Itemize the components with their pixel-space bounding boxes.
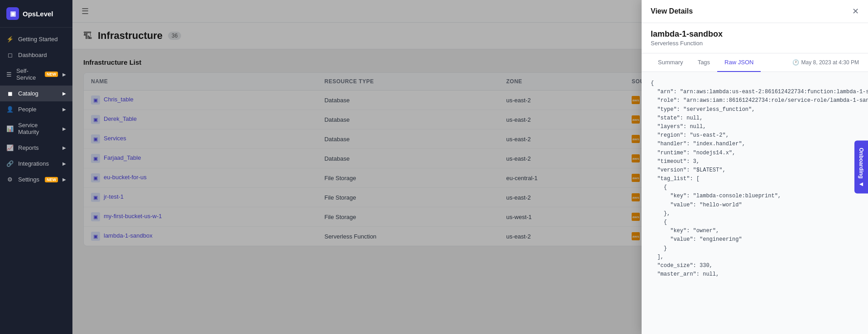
sidebar-item-integrations[interactable]: 🔗 Integrations▶: [0, 156, 72, 172]
close-button[interactable]: ✕: [852, 7, 859, 15]
tab-tags[interactable]: Tags: [691, 53, 717, 72]
sidebar-item-people[interactable]: 👤 People▶: [0, 101, 72, 117]
catalog-nav-icon: ◼: [6, 90, 14, 97]
integrations-label: Integrations: [18, 160, 49, 167]
sidebar-navigation: ⚡ Getting Started◻ Dashboard☰ Self-Servi…: [0, 28, 72, 334]
service-maturity-chevron-icon: ▶: [62, 126, 66, 131]
sidebar-item-self-service[interactable]: ☰ Self-ServiceNEW▶: [0, 63, 72, 86]
getting-started-label: Getting Started: [18, 36, 58, 43]
sidebar: ▣ OpsLevel ⚡ Getting Started◻ Dashboard☰…: [0, 0, 72, 334]
clock-icon: 🕐: [792, 59, 799, 66]
main-content: ☰ 🏗 Infrastructure 36 Infrastructure Lis…: [72, 0, 868, 334]
settings-label: Settings: [18, 176, 39, 183]
panel-title: View Details: [651, 7, 693, 15]
self-service-nav-icon: ☰: [6, 71, 12, 78]
reports-label: Reports: [18, 144, 39, 151]
service-maturity-nav-icon: 📊: [6, 125, 14, 132]
app-name: OpsLevel: [23, 10, 53, 18]
reports-chevron-icon: ▶: [62, 145, 66, 150]
panel-resource-type: Serverless Function: [651, 40, 859, 47]
integrations-nav-icon: 🔗: [6, 160, 14, 167]
side-panel: View Details ✕ lambda-1-sandbox Serverle…: [642, 0, 868, 334]
people-label: People: [18, 106, 36, 113]
tab-summary[interactable]: Summary: [651, 53, 691, 72]
getting-started-nav-icon: ⚡: [6, 36, 14, 43]
panel-timestamp: 🕐 May 8, 2023 at 4:30 PM: [792, 59, 859, 66]
service-maturity-label: Service Maturity: [18, 122, 58, 135]
dashboard-label: Dashboard: [18, 52, 47, 58]
json-content: { "arn": "arn:aws:lambda:us-east-2:86161…: [642, 72, 868, 334]
panel-tabs: Summary Tags Raw JSON 🕐 May 8, 2023 at 4…: [642, 53, 868, 72]
onboarding-tab[interactable]: Onboarding ◀: [854, 141, 868, 194]
settings-chevron-icon: ▶: [62, 177, 66, 182]
integrations-chevron-icon: ▶: [62, 161, 66, 166]
self-service-label: Self-Service: [16, 67, 39, 81]
sidebar-item-settings[interactable]: ⚙ SettingsNEW▶: [0, 172, 72, 187]
reports-nav-icon: 📈: [6, 144, 14, 151]
settings-nav-icon: ⚙: [6, 176, 14, 183]
app-logo[interactable]: ▣ OpsLevel: [0, 0, 72, 28]
logo-icon: ▣: [6, 7, 19, 20]
self-service-badge: NEW: [45, 72, 58, 77]
onboarding-label: Onboarding: [858, 148, 864, 179]
sidebar-item-reports[interactable]: 📈 Reports▶: [0, 140, 72, 156]
tab-raw-json[interactable]: Raw JSON: [717, 53, 761, 72]
people-chevron-icon: ▶: [62, 107, 66, 112]
sidebar-item-getting-started[interactable]: ⚡ Getting Started: [0, 31, 72, 47]
people-nav-icon: 👤: [6, 106, 14, 113]
catalog-label: Catalog: [18, 90, 38, 97]
panel-resource-name: lambda-1-sandbox: [651, 29, 859, 39]
catalog-chevron-icon: ▶: [62, 91, 66, 96]
sidebar-item-dashboard[interactable]: ◻ Dashboard: [0, 47, 72, 63]
dashboard-nav-icon: ◻: [6, 52, 14, 58]
self-service-chevron-icon: ▶: [62, 72, 66, 77]
onboarding-arrow-icon: ◀: [859, 181, 864, 186]
timestamp-text: May 8, 2023 at 4:30 PM: [801, 59, 859, 66]
panel-header: View Details ✕: [642, 0, 868, 23]
panel-meta: lambda-1-sandbox Serverless Function: [642, 23, 868, 53]
settings-badge: NEW: [45, 177, 58, 182]
sidebar-item-service-maturity[interactable]: 📊 Service Maturity▶: [0, 117, 72, 140]
sidebar-item-catalog[interactable]: ◼ Catalog▶: [0, 86, 72, 101]
